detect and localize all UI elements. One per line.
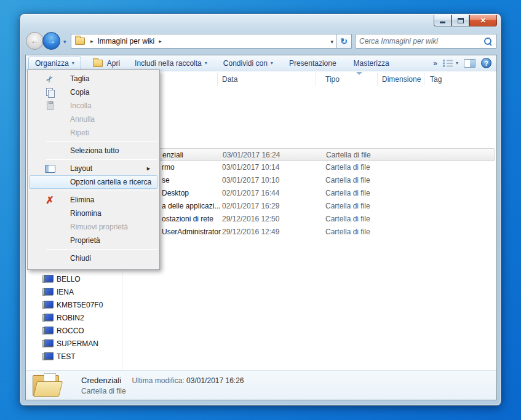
- details-line1: Credenziali Ultima modifica: 03/01/2017 …: [81, 376, 244, 385]
- history-dropdown-icon[interactable]: [63, 39, 66, 45]
- search-input[interactable]: [359, 37, 483, 46]
- menu-item-taglia[interactable]: Taglia: [29, 72, 158, 85]
- menu-item-proprieta[interactable]: Proprietà: [29, 234, 158, 247]
- menu-separator: [46, 249, 157, 250]
- sidebar-item-bello[interactable]: BELLO: [26, 272, 122, 285]
- chevron-down-icon: [271, 60, 273, 66]
- column-divider[interactable]: [424, 73, 424, 86]
- help-button[interactable]: ?: [481, 58, 491, 68]
- address-bar[interactable]: Immagini per wiki: [71, 34, 336, 49]
- file-type: Cartella di file: [325, 163, 370, 172]
- menu-item-label: Rimuovi proprietà: [70, 223, 157, 231]
- file-date: 02/01/2017 16:29: [222, 202, 279, 210]
- file-row[interactable]: Desktop 02/01/2017 16:44 Cartella di fil…: [122, 187, 495, 200]
- include-in-library-button[interactable]: Includi nella raccolta: [129, 57, 213, 69]
- menu-item-rinomina[interactable]: Rinomina: [29, 207, 158, 220]
- details-item-type: Cartella di file: [81, 387, 126, 395]
- menu-item-rimuovi-proprieta: Rimuovi proprietà: [29, 220, 158, 234]
- open-button[interactable]: Apri: [86, 57, 125, 69]
- sidebar-item-test[interactable]: TEST: [26, 350, 122, 363]
- maximize-button[interactable]: [451, 15, 469, 26]
- cut-icon: [46, 74, 54, 84]
- file-row[interactable]: a delle applicazi... 02/01/2017 16:29 Ca…: [122, 200, 495, 213]
- paste-icon: [47, 101, 54, 110]
- menu-item-seleziona-tutto[interactable]: Seleziona tutto: [29, 144, 158, 157]
- file-type: Cartella di file: [325, 215, 370, 223]
- menu-item-opzioni-cartella[interactable]: Opzioni cartella e ricerca: [29, 175, 158, 189]
- column-divider[interactable]: [377, 73, 378, 86]
- close-button[interactable]: [469, 15, 497, 26]
- sidebar-item-robin2[interactable]: ROBIN2: [26, 311, 122, 324]
- burn-button[interactable]: Masterizza: [348, 57, 395, 69]
- file-row-credenziali[interactable]: enziali 03/01/2017 16:24 Cartella di fil…: [122, 148, 495, 161]
- menu-item-label: Chiudi: [70, 254, 157, 263]
- file-row[interactable]: rmo 03/01/2017 10:14 Cartella di file: [122, 161, 495, 174]
- menu-item-elimina[interactable]: Elimina: [29, 193, 158, 207]
- column-divider[interactable]: [217, 73, 218, 86]
- column-dimensione[interactable]: Dimensione: [382, 75, 421, 84]
- file-name: a delle applicazi...: [162, 202, 220, 210]
- sidebar-item-rocco[interactable]: ROCCO: [26, 324, 122, 337]
- share-label: Condividi con: [223, 59, 268, 68]
- sidebar-item-superman[interactable]: SUPERMAN: [26, 337, 122, 350]
- breadcrumb-arrow-icon[interactable]: [90, 38, 93, 44]
- file-name: se: [162, 176, 170, 184]
- menu-item-label: Annulla: [70, 115, 157, 124]
- close-icon: [480, 15, 486, 26]
- menu-separator: [46, 191, 157, 191]
- menu-item-incolla: Incolla: [29, 99, 158, 113]
- sidebar-item-iena[interactable]: IENA: [26, 285, 122, 298]
- computer-label: TEST: [57, 352, 76, 361]
- computer-icon: [42, 288, 54, 296]
- file-row[interactable]: se 03/01/2017 10:10 Cartella di file: [122, 174, 495, 187]
- minimize-button[interactable]: [434, 15, 451, 26]
- preview-pane-button[interactable]: [464, 59, 475, 68]
- file-date: 03/01/2017 10:14: [222, 163, 279, 172]
- column-headers: Data Tipo Dimensione Tag: [122, 71, 496, 87]
- column-tipo[interactable]: Tipo: [325, 75, 340, 84]
- file-row[interactable]: ostazioni di rete 29/12/2016 12:50 Carte…: [122, 213, 495, 226]
- computer-icon: [42, 314, 54, 322]
- views-button[interactable]: [443, 59, 458, 67]
- file-type: Cartella di file: [325, 189, 370, 197]
- slideshow-button[interactable]: Presentazione: [284, 57, 342, 69]
- menu-item-copia[interactable]: Copia: [29, 85, 158, 99]
- file-date: 29/12/2016 12:50: [222, 215, 279, 223]
- menu-item-label: Proprietà: [70, 236, 157, 245]
- menu-item-chiudi[interactable]: Chiudi: [29, 252, 158, 265]
- address-dropdown-icon[interactable]: [330, 39, 333, 45]
- back-button[interactable]: [26, 32, 44, 50]
- file-date: 03/01/2017 16:24: [223, 151, 280, 159]
- computer-label: SUPERMAN: [57, 339, 98, 348]
- column-data[interactable]: Data: [222, 75, 237, 84]
- file-name: enziali: [162, 151, 183, 159]
- organize-button[interactable]: Organizza: [28, 57, 81, 70]
- column-tag[interactable]: Tag: [430, 75, 442, 84]
- file-name: rmo: [162, 163, 175, 172]
- search-box[interactable]: [355, 34, 497, 49]
- file-date: 03/01/2017 10:10: [222, 176, 279, 184]
- menu-separator: [46, 141, 157, 142]
- file-row[interactable]: UserAdministrator 29/12/2016 12:49 Carte…: [122, 226, 495, 239]
- computer-label: ROBIN2: [57, 314, 84, 322]
- minimize-icon: [440, 22, 445, 23]
- menu-separator: [46, 159, 157, 160]
- forward-button[interactable]: [42, 32, 60, 50]
- search-icon[interactable]: [483, 37, 493, 46]
- column-divider[interactable]: [316, 73, 316, 86]
- refresh-button[interactable]: [336, 34, 352, 49]
- menu-item-layout[interactable]: Layout: [29, 162, 158, 175]
- menu-item-label: Seleziona tutto: [70, 146, 157, 155]
- breadcrumb-folder[interactable]: Immagini per wiki: [98, 37, 155, 46]
- menu-item-label: Ripeti: [70, 129, 157, 137]
- maximize-icon: [458, 18, 464, 23]
- computer-label: KMBT5E07F0: [57, 301, 103, 309]
- folder-icon: [75, 38, 85, 45]
- layout-icon: [45, 165, 55, 173]
- breadcrumb-arrow-icon[interactable]: [159, 38, 162, 44]
- share-with-button[interactable]: Condividi con: [218, 57, 279, 69]
- file-date: 02/01/2017 16:44: [222, 189, 279, 197]
- toolbar-overflow-button[interactable]: »: [433, 59, 437, 68]
- sidebar-item-kmbt5e07f0[interactable]: KMBT5E07F0: [26, 298, 122, 311]
- include-label: Includi nella raccolta: [135, 59, 202, 68]
